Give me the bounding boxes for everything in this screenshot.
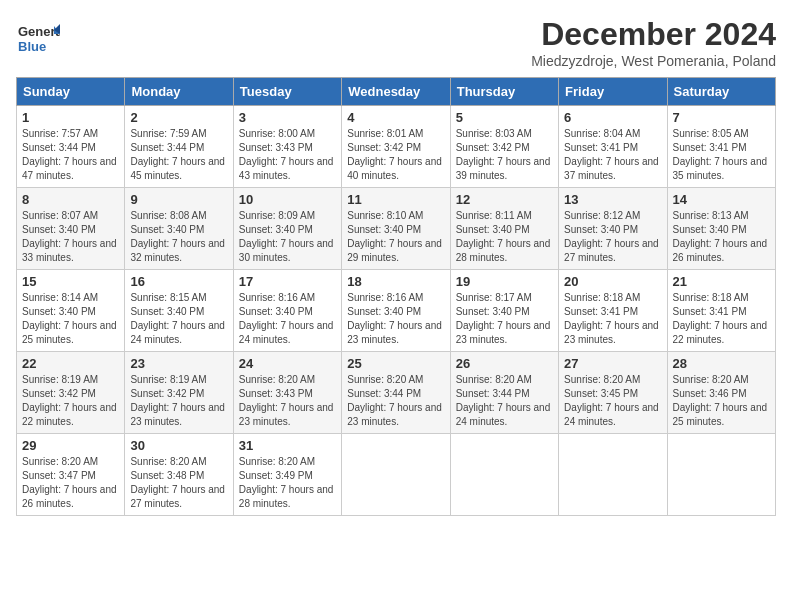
day-number: 25: [347, 356, 444, 371]
table-row: [559, 434, 667, 516]
table-row: 23 Sunrise: 8:19 AM Sunset: 3:42 PM Dayl…: [125, 352, 233, 434]
page-header: General Blue December 2024 Miedzyzdroje,…: [16, 16, 776, 69]
day-info: Sunrise: 8:20 AM Sunset: 3:44 PM Dayligh…: [347, 374, 442, 427]
day-info: Sunrise: 8:16 AM Sunset: 3:40 PM Dayligh…: [347, 292, 442, 345]
svg-text:Blue: Blue: [18, 39, 46, 54]
day-info: Sunrise: 8:20 AM Sunset: 3:45 PM Dayligh…: [564, 374, 659, 427]
calendar-table: Sunday Monday Tuesday Wednesday Thursday…: [16, 77, 776, 516]
calendar-week-4: 22 Sunrise: 8:19 AM Sunset: 3:42 PM Dayl…: [17, 352, 776, 434]
day-info: Sunrise: 8:18 AM Sunset: 3:41 PM Dayligh…: [673, 292, 768, 345]
day-info: Sunrise: 8:01 AM Sunset: 3:42 PM Dayligh…: [347, 128, 442, 181]
table-row: [450, 434, 558, 516]
table-row: 15 Sunrise: 8:14 AM Sunset: 3:40 PM Dayl…: [17, 270, 125, 352]
table-row: 11 Sunrise: 8:10 AM Sunset: 3:40 PM Dayl…: [342, 188, 450, 270]
logo: General Blue: [16, 16, 64, 60]
table-row: 21 Sunrise: 8:18 AM Sunset: 3:41 PM Dayl…: [667, 270, 775, 352]
day-info: Sunrise: 8:10 AM Sunset: 3:40 PM Dayligh…: [347, 210, 442, 263]
col-wednesday: Wednesday: [342, 78, 450, 106]
day-info: Sunrise: 8:19 AM Sunset: 3:42 PM Dayligh…: [22, 374, 117, 427]
table-row: 20 Sunrise: 8:18 AM Sunset: 3:41 PM Dayl…: [559, 270, 667, 352]
col-tuesday: Tuesday: [233, 78, 341, 106]
table-row: 12 Sunrise: 8:11 AM Sunset: 3:40 PM Dayl…: [450, 188, 558, 270]
calendar-week-2: 8 Sunrise: 8:07 AM Sunset: 3:40 PM Dayli…: [17, 188, 776, 270]
day-info: Sunrise: 8:20 AM Sunset: 3:49 PM Dayligh…: [239, 456, 334, 509]
table-row: 14 Sunrise: 8:13 AM Sunset: 3:40 PM Dayl…: [667, 188, 775, 270]
col-thursday: Thursday: [450, 78, 558, 106]
day-number: 18: [347, 274, 444, 289]
day-info: Sunrise: 8:20 AM Sunset: 3:44 PM Dayligh…: [456, 374, 551, 427]
day-info: Sunrise: 8:14 AM Sunset: 3:40 PM Dayligh…: [22, 292, 117, 345]
day-number: 24: [239, 356, 336, 371]
day-number: 8: [22, 192, 119, 207]
day-number: 9: [130, 192, 227, 207]
col-friday: Friday: [559, 78, 667, 106]
day-number: 31: [239, 438, 336, 453]
table-row: 7 Sunrise: 8:05 AM Sunset: 3:41 PM Dayli…: [667, 106, 775, 188]
table-row: 30 Sunrise: 8:20 AM Sunset: 3:48 PM Dayl…: [125, 434, 233, 516]
day-info: Sunrise: 8:05 AM Sunset: 3:41 PM Dayligh…: [673, 128, 768, 181]
day-number: 6: [564, 110, 661, 125]
table-row: 31 Sunrise: 8:20 AM Sunset: 3:49 PM Dayl…: [233, 434, 341, 516]
calendar-week-3: 15 Sunrise: 8:14 AM Sunset: 3:40 PM Dayl…: [17, 270, 776, 352]
day-number: 16: [130, 274, 227, 289]
day-number: 13: [564, 192, 661, 207]
table-row: 8 Sunrise: 8:07 AM Sunset: 3:40 PM Dayli…: [17, 188, 125, 270]
day-info: Sunrise: 8:04 AM Sunset: 3:41 PM Dayligh…: [564, 128, 659, 181]
table-row: 25 Sunrise: 8:20 AM Sunset: 3:44 PM Dayl…: [342, 352, 450, 434]
day-number: 26: [456, 356, 553, 371]
day-number: 21: [673, 274, 770, 289]
location-title: Miedzyzdroje, West Pomerania, Poland: [531, 53, 776, 69]
day-number: 30: [130, 438, 227, 453]
table-row: [342, 434, 450, 516]
title-block: December 2024 Miedzyzdroje, West Pomeran…: [531, 16, 776, 69]
day-info: Sunrise: 8:19 AM Sunset: 3:42 PM Dayligh…: [130, 374, 225, 427]
day-number: 28: [673, 356, 770, 371]
day-number: 1: [22, 110, 119, 125]
day-number: 5: [456, 110, 553, 125]
day-number: 11: [347, 192, 444, 207]
day-number: 14: [673, 192, 770, 207]
table-row: 19 Sunrise: 8:17 AM Sunset: 3:40 PM Dayl…: [450, 270, 558, 352]
table-row: 28 Sunrise: 8:20 AM Sunset: 3:46 PM Dayl…: [667, 352, 775, 434]
day-number: 22: [22, 356, 119, 371]
day-number: 27: [564, 356, 661, 371]
table-row: 24 Sunrise: 8:20 AM Sunset: 3:43 PM Dayl…: [233, 352, 341, 434]
day-info: Sunrise: 7:59 AM Sunset: 3:44 PM Dayligh…: [130, 128, 225, 181]
day-info: Sunrise: 8:08 AM Sunset: 3:40 PM Dayligh…: [130, 210, 225, 263]
day-info: Sunrise: 8:15 AM Sunset: 3:40 PM Dayligh…: [130, 292, 225, 345]
day-info: Sunrise: 8:20 AM Sunset: 3:43 PM Dayligh…: [239, 374, 334, 427]
table-row: 5 Sunrise: 8:03 AM Sunset: 3:42 PM Dayli…: [450, 106, 558, 188]
col-monday: Monday: [125, 78, 233, 106]
day-number: 7: [673, 110, 770, 125]
day-number: 15: [22, 274, 119, 289]
calendar-week-5: 29 Sunrise: 8:20 AM Sunset: 3:47 PM Dayl…: [17, 434, 776, 516]
table-row: 27 Sunrise: 8:20 AM Sunset: 3:45 PM Dayl…: [559, 352, 667, 434]
logo-icon: General Blue: [16, 16, 60, 60]
day-info: Sunrise: 8:03 AM Sunset: 3:42 PM Dayligh…: [456, 128, 551, 181]
table-row: 2 Sunrise: 7:59 AM Sunset: 3:44 PM Dayli…: [125, 106, 233, 188]
day-info: Sunrise: 8:20 AM Sunset: 3:46 PM Dayligh…: [673, 374, 768, 427]
day-info: Sunrise: 8:17 AM Sunset: 3:40 PM Dayligh…: [456, 292, 551, 345]
table-row: 13 Sunrise: 8:12 AM Sunset: 3:40 PM Dayl…: [559, 188, 667, 270]
svg-text:General: General: [18, 24, 60, 39]
table-row: 18 Sunrise: 8:16 AM Sunset: 3:40 PM Dayl…: [342, 270, 450, 352]
calendar-header-row: Sunday Monday Tuesday Wednesday Thursday…: [17, 78, 776, 106]
table-row: [667, 434, 775, 516]
day-number: 12: [456, 192, 553, 207]
day-number: 2: [130, 110, 227, 125]
day-info: Sunrise: 8:20 AM Sunset: 3:47 PM Dayligh…: [22, 456, 117, 509]
table-row: 3 Sunrise: 8:00 AM Sunset: 3:43 PM Dayli…: [233, 106, 341, 188]
day-info: Sunrise: 8:00 AM Sunset: 3:43 PM Dayligh…: [239, 128, 334, 181]
col-sunday: Sunday: [17, 78, 125, 106]
day-number: 17: [239, 274, 336, 289]
table-row: 4 Sunrise: 8:01 AM Sunset: 3:42 PM Dayli…: [342, 106, 450, 188]
day-number: 3: [239, 110, 336, 125]
day-info: Sunrise: 8:09 AM Sunset: 3:40 PM Dayligh…: [239, 210, 334, 263]
day-number: 23: [130, 356, 227, 371]
day-number: 29: [22, 438, 119, 453]
day-info: Sunrise: 8:18 AM Sunset: 3:41 PM Dayligh…: [564, 292, 659, 345]
table-row: 29 Sunrise: 8:20 AM Sunset: 3:47 PM Dayl…: [17, 434, 125, 516]
day-info: Sunrise: 8:12 AM Sunset: 3:40 PM Dayligh…: [564, 210, 659, 263]
table-row: 10 Sunrise: 8:09 AM Sunset: 3:40 PM Dayl…: [233, 188, 341, 270]
day-number: 20: [564, 274, 661, 289]
